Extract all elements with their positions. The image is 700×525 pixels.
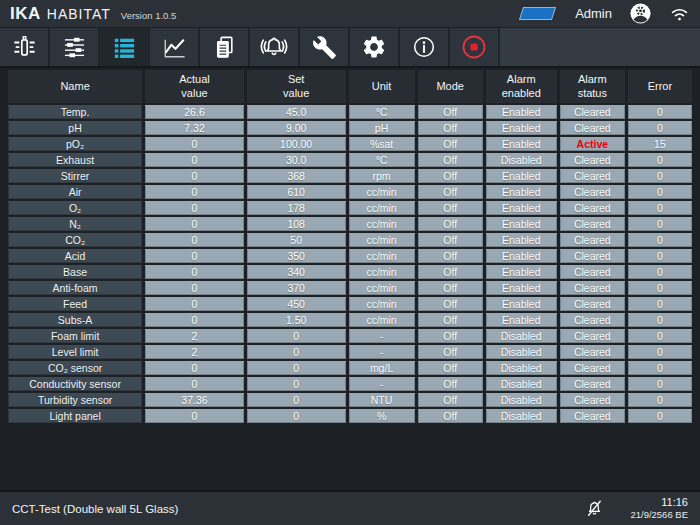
row-alarm-enabled-cell: Enabled bbox=[486, 217, 557, 231]
row-unit-cell: %sat bbox=[349, 137, 415, 151]
row-name-cell[interactable]: Conductivity sensor bbox=[8, 377, 142, 391]
row-actual-value-cell: 0 bbox=[145, 377, 244, 391]
blue-status-indicator bbox=[519, 7, 556, 20]
row-name-cell[interactable]: pO₂ bbox=[8, 137, 142, 151]
info-button[interactable] bbox=[400, 28, 450, 66]
row-unit-cell: °C bbox=[349, 105, 415, 119]
row-mode-cell: Off bbox=[418, 137, 483, 151]
row-actual-value-cell: 0 bbox=[145, 297, 244, 311]
gear-icon bbox=[361, 34, 387, 60]
row-name-cell[interactable]: Light panel bbox=[8, 409, 142, 423]
row-alarm-status-cell: Cleared bbox=[560, 281, 625, 295]
row-actual-value-cell: 0 bbox=[145, 361, 244, 375]
reports-button[interactable] bbox=[200, 28, 250, 66]
table-view-panel: Name Actual value Set value Unit Mode Al… bbox=[0, 68, 700, 488]
row-error-cell: 0 bbox=[628, 361, 692, 375]
row-error-cell: 0 bbox=[628, 153, 692, 167]
column-header-alarm-enabled: Alarm enabled bbox=[486, 70, 557, 103]
row-alarm-enabled-cell: Disabled bbox=[486, 329, 557, 343]
row-mode-cell: Off bbox=[418, 233, 483, 247]
row-alarm-status-cell: Cleared bbox=[560, 313, 625, 327]
row-alarm-enabled-cell: Enabled bbox=[486, 249, 557, 263]
row-name-cell[interactable]: Base bbox=[8, 265, 142, 279]
row-set-value-cell: 370 bbox=[247, 281, 346, 295]
bell-muted-icon[interactable] bbox=[585, 499, 604, 518]
row-alarm-enabled-cell: Enabled bbox=[486, 313, 557, 327]
column-header-mode: Mode bbox=[418, 70, 483, 103]
row-mode-cell: Off bbox=[418, 217, 483, 231]
trend-chart-button[interactable] bbox=[150, 28, 200, 66]
row-mode-cell: Off bbox=[418, 169, 483, 183]
alarms-button[interactable] bbox=[250, 28, 300, 66]
row-set-value-cell: 610 bbox=[247, 185, 346, 199]
row-name-cell[interactable]: Air bbox=[8, 185, 142, 199]
row-unit-cell: cc/min bbox=[349, 265, 415, 279]
row-name-cell[interactable]: Turbidity sensor bbox=[8, 393, 142, 407]
row-name-cell[interactable]: Subs-A bbox=[8, 313, 142, 327]
info-icon bbox=[411, 34, 437, 60]
row-actual-value-cell: 0 bbox=[145, 185, 244, 199]
row-alarm-status-cell: Cleared bbox=[560, 345, 625, 359]
row-actual-value-cell: 0 bbox=[145, 169, 244, 183]
row-alarm-enabled-cell: Enabled bbox=[486, 121, 557, 135]
row-name-cell[interactable]: N₂ bbox=[8, 217, 142, 231]
row-name-cell[interactable]: Level limit bbox=[8, 345, 142, 359]
row-set-value-cell: 178 bbox=[247, 201, 346, 215]
row-unit-cell: pH bbox=[349, 121, 415, 135]
sliders-icon bbox=[61, 34, 88, 61]
row-unit-cell: - bbox=[349, 377, 415, 391]
row-error-cell: 0 bbox=[628, 105, 692, 119]
row-unit-cell: % bbox=[349, 409, 415, 423]
row-mode-cell: Off bbox=[418, 345, 483, 359]
row-name-cell[interactable]: Feed bbox=[8, 297, 142, 311]
row-name-cell[interactable]: Anti-foam bbox=[8, 281, 142, 295]
row-alarm-enabled-cell: Disabled bbox=[486, 393, 557, 407]
row-alarm-enabled-cell: Disabled bbox=[486, 377, 557, 391]
row-name-cell[interactable]: Exhaust bbox=[8, 153, 142, 167]
row-alarm-enabled-cell: Disabled bbox=[486, 345, 557, 359]
process-settings-button[interactable] bbox=[50, 28, 100, 66]
row-name-cell[interactable]: CO₂ sensor bbox=[8, 361, 142, 375]
user-avatar-icon[interactable] bbox=[629, 2, 652, 25]
record-button[interactable] bbox=[450, 28, 500, 66]
row-name-cell[interactable]: Acid bbox=[8, 249, 142, 263]
row-mode-cell: Off bbox=[418, 265, 483, 279]
row-actual-value-cell: 0 bbox=[145, 153, 244, 167]
column-header-set-value: Set value bbox=[247, 70, 346, 103]
service-button[interactable] bbox=[300, 28, 350, 66]
top-bar: IKA HABITAT Version 1.0.5 Admin bbox=[0, 0, 700, 28]
row-alarm-status-cell: Active bbox=[560, 137, 625, 151]
table-view-button[interactable] bbox=[100, 28, 150, 66]
settings-button[interactable] bbox=[350, 28, 400, 66]
row-set-value-cell: 350 bbox=[247, 249, 346, 263]
status-bar-right: 11:16 21/9/2566 BE bbox=[585, 495, 688, 522]
row-error-cell: 15 bbox=[628, 137, 692, 151]
row-set-value-cell: 0 bbox=[247, 329, 346, 343]
brand: IKA HABITAT Version 1.0.5 bbox=[10, 4, 176, 24]
row-set-value-cell: 50 bbox=[247, 233, 346, 247]
row-set-value-cell: 1.50 bbox=[247, 313, 346, 327]
row-error-cell: 0 bbox=[628, 217, 692, 231]
row-unit-cell: cc/min bbox=[349, 249, 415, 263]
row-name-cell[interactable]: O₂ bbox=[8, 201, 142, 215]
row-name-cell[interactable]: Stirrer bbox=[8, 169, 142, 183]
row-error-cell: 0 bbox=[628, 201, 692, 215]
toolbar bbox=[0, 28, 700, 68]
row-name-cell[interactable]: Foam limit bbox=[8, 329, 142, 343]
row-alarm-status-cell: Cleared bbox=[560, 249, 625, 263]
row-set-value-cell: 9.00 bbox=[247, 121, 346, 135]
brand-logo: IKA bbox=[10, 4, 41, 24]
row-name-cell[interactable]: pH bbox=[8, 121, 142, 135]
row-error-cell: 0 bbox=[628, 377, 692, 391]
row-alarm-status-cell: Cleared bbox=[560, 201, 625, 215]
row-mode-cell: Off bbox=[418, 281, 483, 295]
top-bar-right: Admin bbox=[521, 2, 690, 25]
row-alarm-status-cell: Cleared bbox=[560, 153, 625, 167]
row-set-value-cell: 0 bbox=[247, 393, 346, 407]
reactor-setup-button[interactable] bbox=[0, 28, 50, 66]
row-unit-cell: cc/min bbox=[349, 281, 415, 295]
alarm-bell-icon bbox=[260, 33, 288, 61]
row-unit-cell: cc/min bbox=[349, 313, 415, 327]
row-name-cell[interactable]: CO₂ bbox=[8, 233, 142, 247]
row-name-cell[interactable]: Temp. bbox=[8, 105, 142, 119]
